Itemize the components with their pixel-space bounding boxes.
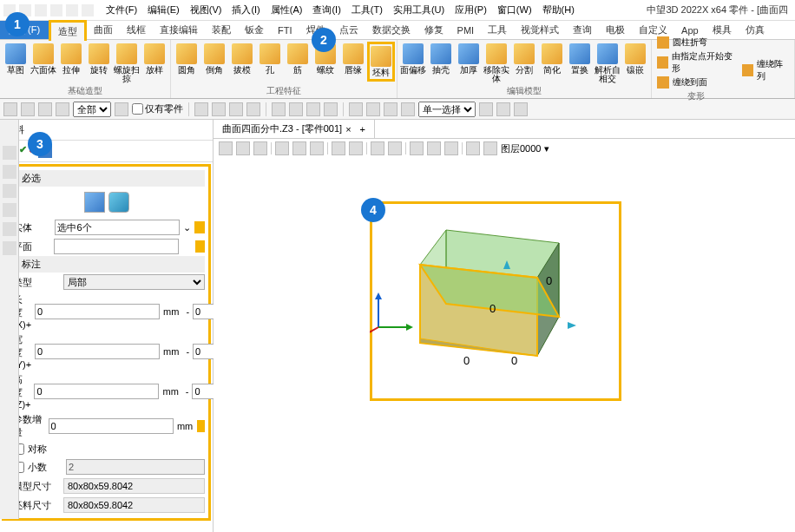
- sub-icon[interactable]: [514, 102, 528, 116]
- help-icon[interactable]: [195, 144, 209, 158]
- btn-shell[interactable]: 抽壳: [427, 42, 455, 76]
- vt-icon[interactable]: [349, 141, 363, 155]
- leny-input[interactable]: [35, 344, 160, 359]
- menu-insert[interactable]: 插入(I): [228, 2, 263, 18]
- tab-exchange[interactable]: 数据交换: [365, 21, 417, 39]
- menu-query[interactable]: 查询(I): [309, 2, 344, 18]
- plane-input[interactable]: [54, 239, 179, 254]
- shape-cyl-icon[interactable]: [108, 192, 129, 213]
- paraminc-input[interactable]: [49, 418, 174, 434]
- btn-thicken[interactable]: 加厚: [455, 42, 483, 76]
- tab-repair[interactable]: 修复: [417, 21, 450, 39]
- btn-lip[interactable]: 唇缘: [339, 42, 367, 76]
- strip-icon[interactable]: [3, 203, 16, 217]
- btn-box[interactable]: 六面体: [30, 42, 57, 76]
- btn-split[interactable]: 分割: [510, 42, 538, 76]
- sub-icon[interactable]: [246, 102, 260, 116]
- menu-view[interactable]: 视图(V): [187, 2, 226, 18]
- btn-extrude[interactable]: 拉伸: [57, 42, 85, 76]
- vt-icon[interactable]: [371, 141, 384, 155]
- sub-icon[interactable]: [115, 102, 128, 116]
- filter-icon[interactable]: [56, 102, 69, 116]
- btn-wraparray[interactable]: 缠绕阵列: [742, 58, 789, 82]
- sub-icon[interactable]: [366, 102, 380, 116]
- vt-icon[interactable]: [388, 141, 402, 155]
- tab-sim[interactable]: 仿真: [739, 21, 772, 39]
- sub-icon[interactable]: [479, 102, 493, 116]
- btn-rib[interactable]: 筋: [284, 42, 312, 76]
- tab-surface[interactable]: 曲面: [87, 21, 120, 39]
- vt-icon[interactable]: [236, 141, 250, 155]
- tab-inquire[interactable]: 查询: [566, 21, 599, 39]
- btn-draft[interactable]: 拔模: [228, 42, 256, 76]
- vt-icon[interactable]: [292, 141, 306, 155]
- sub-icon[interactable]: [3, 102, 17, 116]
- btn-simplify[interactable]: 简化: [538, 42, 566, 76]
- sub-icon[interactable]: [229, 102, 243, 116]
- vt-icon[interactable]: [310, 141, 324, 155]
- btn-remove[interactable]: 移除实体: [483, 42, 510, 85]
- vt-icon[interactable]: [332, 141, 345, 155]
- select-mode[interactable]: 单一选择: [418, 102, 476, 117]
- btn-stock[interactable]: 坯料: [367, 42, 395, 82]
- lenx-input[interactable]: [35, 304, 160, 319]
- btn-selfint[interactable]: 解析自相交: [594, 42, 621, 85]
- sub-icon[interactable]: [401, 102, 415, 116]
- vt-icon[interactable]: [219, 141, 233, 155]
- tab-electrode[interactable]: 电极: [599, 21, 632, 39]
- btn-cylbend[interactable]: 圆柱折弯: [657, 36, 735, 49]
- qat-icon[interactable]: [66, 4, 78, 16]
- tab-directedit[interactable]: 直接编辑: [153, 21, 205, 39]
- btn-revolve[interactable]: 旋转: [85, 42, 113, 76]
- doc-tab[interactable]: 曲面四面分中.Z3 - [零件001] × +: [214, 120, 375, 138]
- sub-icon[interactable]: [349, 102, 363, 116]
- entity-input[interactable]: [55, 220, 180, 235]
- qat-icon[interactable]: [35, 4, 47, 16]
- tab-shape[interactable]: 造型: [49, 20, 87, 41]
- settings-icon[interactable]: [180, 144, 194, 158]
- tab-tools[interactable]: 工具: [481, 21, 514, 39]
- btn-sketch[interactable]: 草图: [2, 42, 30, 76]
- btn-hole[interactable]: 孔: [256, 42, 284, 76]
- btn-chamfer[interactable]: 倒角: [200, 42, 228, 76]
- menu-help[interactable]: 帮助(H): [539, 2, 578, 18]
- menu-file[interactable]: 文件(F): [102, 2, 141, 18]
- canvas[interactable]: 0 0 0 0: [214, 158, 795, 532]
- vt-icon[interactable]: [410, 141, 424, 155]
- btn-loft[interactable]: 放样: [141, 42, 168, 76]
- vt-icon[interactable]: [253, 141, 267, 155]
- lenz-input[interactable]: [34, 384, 159, 399]
- section-annot[interactable]: 标注: [8, 256, 205, 273]
- btn-wrap[interactable]: 缠绕到面: [657, 76, 735, 89]
- btn-pointdeform[interactable]: 由指定点开始变形: [657, 50, 735, 75]
- sub-icon[interactable]: [324, 102, 338, 116]
- tab-pmi[interactable]: PMI: [450, 23, 482, 38]
- btn-offset[interactable]: 面偏移: [399, 42, 427, 76]
- dropdown-icon[interactable]: ▾: [544, 143, 549, 154]
- btn-replace[interactable]: 置换: [566, 42, 594, 76]
- sub-icon[interactable]: [384, 102, 398, 116]
- sub-icon[interactable]: [38, 102, 52, 116]
- tab-sheetmetal[interactable]: 钣金: [238, 21, 271, 39]
- tab-pointcloud[interactable]: 点云: [332, 21, 365, 39]
- menu-edit[interactable]: 编辑(E): [144, 2, 183, 18]
- section-required[interactable]: 必选: [8, 170, 205, 187]
- close-icon[interactable]: ×: [345, 124, 351, 135]
- menu-app[interactable]: 应用(P): [451, 2, 490, 18]
- strip-icon[interactable]: [3, 146, 16, 160]
- tab-fti[interactable]: FTI: [271, 23, 299, 38]
- sub-icon[interactable]: [21, 102, 35, 116]
- ok-icon[interactable]: ✔: [19, 144, 27, 158]
- strip-icon[interactable]: [3, 241, 16, 255]
- sub-icon[interactable]: [306, 102, 320, 116]
- qat-icon[interactable]: [50, 4, 62, 16]
- vt-icon[interactable]: [444, 141, 458, 155]
- sub-icon[interactable]: [289, 102, 303, 116]
- vt-icon[interactable]: [466, 141, 480, 155]
- dropdown-icon[interactable]: ⌄: [183, 222, 191, 233]
- btn-sweep[interactable]: 螺旋扫掠: [113, 42, 141, 85]
- menu-attr[interactable]: 属性(A): [267, 2, 306, 18]
- tab-visual[interactable]: 视觉样式: [514, 21, 566, 39]
- tab-assembly[interactable]: 装配: [205, 21, 238, 39]
- vt-icon[interactable]: [427, 141, 441, 155]
